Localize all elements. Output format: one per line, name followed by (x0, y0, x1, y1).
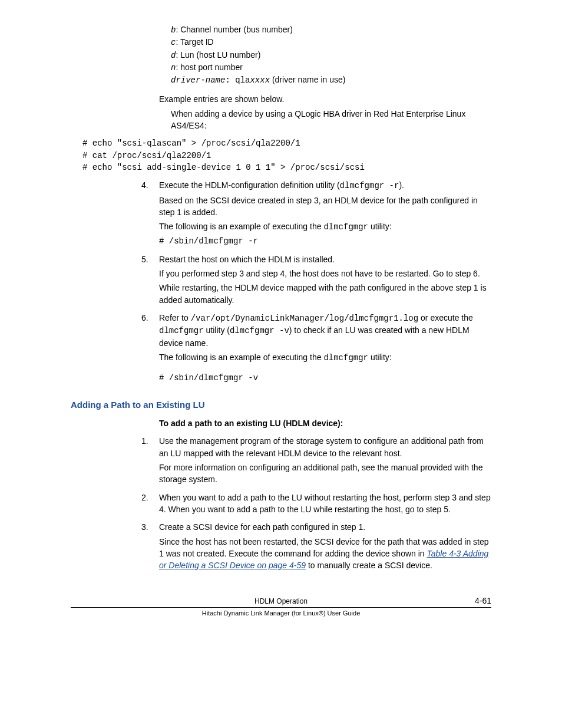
sub-step-3: 3. Create a SCSI device for each path co… (141, 521, 491, 571)
footer-subtitle: Hitachi Dynamic Link Manager (for Linux®… (71, 609, 491, 618)
example-desc: When adding a device by using a QLogic H… (171, 108, 491, 132)
step-6-line1: Refer to /var/opt/DynamicLinkManager/log… (159, 312, 491, 349)
sub-step-1-num: 1. (141, 435, 159, 485)
sub-step-3-line2: Since the host has not been restarted, t… (159, 536, 491, 572)
step-6-line2: The following is an example of executing… (159, 351, 491, 364)
var-n: n: host port number (171, 61, 491, 74)
example-code: # echo "scsi-qlascan" > /proc/scsi/qla22… (82, 137, 491, 173)
page-footer: HDLM Operation 4-61 Hitachi Dynamic Link… (71, 595, 491, 618)
step-4-num: 4. (141, 179, 159, 247)
step-6-num: 6. (141, 312, 159, 384)
step-5-line3: While restarting, the HDLM device mapped… (159, 282, 491, 306)
step-4-line2: Based on the SCSI device created in step… (159, 195, 491, 219)
sub-step-3-num: 3. (141, 521, 159, 571)
footer-title: HDLM Operation (106, 597, 456, 607)
var-d: d: Lun (host LU number) (171, 49, 491, 61)
var-driver: driver-name: qlaxxxx (driver name in use… (171, 74, 491, 86)
var-c: c: Target ID (171, 36, 491, 48)
sub-step-1-line2: For more information on configuring an a… (159, 462, 491, 486)
var-b: b: Channel number (bus number) (171, 24, 491, 36)
example-intro: Example entries are shown below. (159, 93, 491, 105)
step-4-code: # /sbin/dlmcfgmgr -r (159, 235, 491, 247)
sub-step-1-line1: Use the management program of the storag… (159, 435, 491, 459)
step-5: 5. Restart the host on which the HDLM is… (141, 253, 491, 306)
sub-step-1: 1. Use the management program of the sto… (141, 435, 491, 485)
step-4-line3: The following is an example of executing… (159, 220, 491, 233)
step-5-num: 5. (141, 253, 159, 306)
section-heading: Adding a Path to an Existing LU (71, 398, 491, 411)
step-4: 4. Execute the HDLM-configuration defini… (141, 179, 491, 247)
step-5-line1: Restart the host on which the HDLM is in… (159, 253, 491, 265)
step-6: 6. Refer to /var/opt/DynamicLinkManager/… (141, 312, 491, 384)
sub-step-2-num: 2. (141, 492, 159, 516)
sub-step-2: 2. When you want to add a path to the LU… (141, 492, 491, 516)
step-6-code: # /sbin/dlmcfgmgr -v (159, 372, 491, 384)
step-4-line1: Execute the HDLM-configuration definitio… (159, 179, 491, 192)
sub-step-2-line1: When you want to add a path to the LU wi… (159, 492, 491, 516)
page-number: 4-61 (456, 595, 491, 607)
sub-heading: To add a path to an existing LU (HDLM de… (159, 417, 491, 429)
sub-step-3-line1: Create a SCSI device for each path confi… (159, 521, 491, 533)
step-5-line2: If you performed step 3 and step 4, the … (159, 268, 491, 279)
